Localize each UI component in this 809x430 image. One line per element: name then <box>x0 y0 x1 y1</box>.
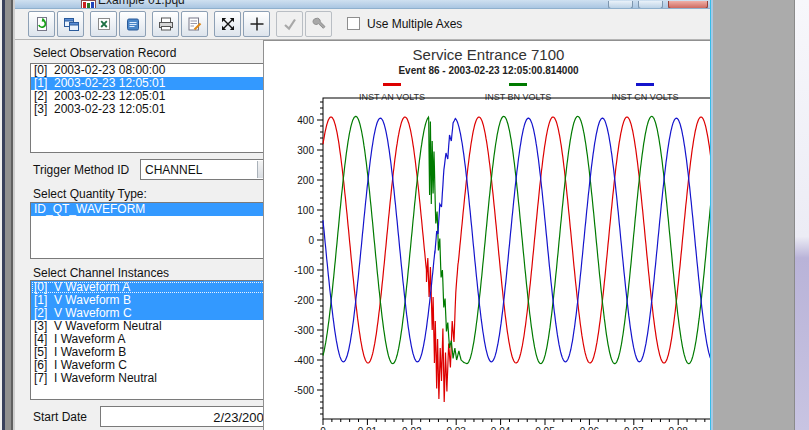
svg-text:-500: -500 <box>294 385 314 396</box>
channel-instances-label: Select Channel Instances <box>33 266 169 280</box>
screen: Example 01.pqd Use Multiple Axes Select … <box>0 0 809 430</box>
cascade-windows-button[interactable] <box>57 11 84 37</box>
svg-text:-100: -100 <box>294 265 314 276</box>
list-item[interactable]: [3] 2003-02-23 12:05:01 <box>31 103 276 116</box>
background-scrollbar[interactable] <box>794 0 809 430</box>
svg-text:0: 0 <box>320 426 326 430</box>
notepad-button[interactable] <box>119 11 146 37</box>
notepad-icon <box>125 16 141 32</box>
svg-text:400: 400 <box>297 115 314 126</box>
svg-text:100: 100 <box>297 205 314 216</box>
crosshair-icon <box>249 16 265 32</box>
quantity-listbox[interactable]: ID_QT_WAVEFORM <box>30 202 277 259</box>
quantity-type-label: Select Quantity Type: <box>33 187 147 201</box>
refresh-button[interactable] <box>28 11 55 37</box>
titlebar[interactable]: Example 01.pqd <box>15 0 713 9</box>
print-button[interactable] <box>152 11 179 37</box>
properties-icon <box>187 16 203 32</box>
svg-text:0.06: 0.06 <box>580 426 600 430</box>
app-window: Example 01.pqd Use Multiple Axes Select … <box>15 0 713 430</box>
cascade-windows-icon <box>63 16 79 32</box>
svg-text:0.03: 0.03 <box>446 426 466 430</box>
svg-text:300: 300 <box>297 145 314 156</box>
svg-text:0.02: 0.02 <box>402 426 422 430</box>
svg-text:0.08: 0.08 <box>668 426 688 430</box>
svg-text:0.07: 0.07 <box>624 426 644 430</box>
trigger-method-value: CHANNEL <box>145 163 202 177</box>
window-title: Example 01.pqd <box>98 0 185 7</box>
tools-icon <box>311 16 327 32</box>
list-item[interactable]: ID_QT_WAVEFORM <box>31 203 276 216</box>
print-icon <box>158 16 174 32</box>
refresh-icon <box>34 16 50 32</box>
start-date-field[interactable]: 2/23/2003 <box>100 406 277 427</box>
tools-button <box>305 11 332 37</box>
zoom-extents-button[interactable] <box>214 11 241 37</box>
zoom-extents-icon <box>220 16 236 32</box>
start-date-label: Start Date <box>33 410 87 424</box>
crosshair-button[interactable] <box>243 11 270 37</box>
properties-button[interactable] <box>181 11 208 37</box>
app-icon <box>81 0 96 9</box>
svg-text:0.05: 0.05 <box>535 426 555 430</box>
toolbar: Use Multiple Axes <box>15 9 713 39</box>
svg-text:0.01: 0.01 <box>358 426 378 430</box>
svg-text:-300: -300 <box>294 325 314 336</box>
apply-button <box>276 11 303 37</box>
svg-text:0: 0 <box>308 235 314 246</box>
apply-icon <box>282 16 298 32</box>
svg-text:200: 200 <box>297 175 314 186</box>
svg-text:0.04: 0.04 <box>491 426 511 430</box>
svg-text:-400: -400 <box>294 355 314 366</box>
observation-listbox[interactable]: [0] 2003-02-23 08:00:00[1] 2003-02-23 12… <box>30 63 277 153</box>
svg-text:-200: -200 <box>294 295 314 306</box>
export-excel-icon <box>96 16 112 32</box>
close-button[interactable] <box>668 1 708 9</box>
channel-instances-listbox[interactable]: [0] V Waveform A[1] V Waveform B[2] V Wa… <box>30 280 277 400</box>
trigger-method-combobox[interactable]: CHANNEL <box>140 159 277 180</box>
waveform-plot: 4003002001000-100-200-300-400-50000.010.… <box>264 41 713 430</box>
use-multiple-axes-checkbox[interactable] <box>347 17 360 30</box>
desktop-background <box>713 0 794 430</box>
trigger-method-label: Trigger Method ID <box>33 163 129 177</box>
maximize-button[interactable] <box>638 1 663 9</box>
list-item[interactable]: [7] I Waveform Neutral <box>31 372 276 385</box>
observation-label: Select Observation Record <box>33 46 176 60</box>
minimize-button[interactable] <box>608 1 633 9</box>
use-multiple-axes-label: Use Multiple Axes <box>367 17 462 31</box>
chart-panel: Service Entrance 7100 Event 86 - 2003-02… <box>263 40 713 430</box>
export-excel-button[interactable] <box>90 11 117 37</box>
